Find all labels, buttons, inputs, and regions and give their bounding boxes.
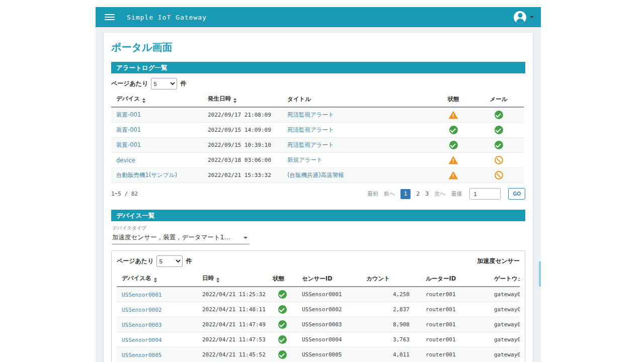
alert-datetime: 2022/03/18 03:06:00 <box>203 153 282 168</box>
check-circle-icon <box>495 141 503 149</box>
device-col-name[interactable]: デバイス名 <box>117 270 197 287</box>
user-avatar-icon[interactable] <box>514 11 526 24</box>
app-window: Simple IoT Gateway ポータル画面 アラートログ一覧 ページあた… <box>96 7 541 362</box>
sort-arrows-icon <box>142 98 145 103</box>
alert-pagination: 1~5 / 82 最初 前へ 1 2 3 次へ 最後 GO <box>111 188 525 200</box>
device-table: デバイス名 日時 状態 センサーID カウント ルーターID ゲートウェイID <box>117 270 520 362</box>
alert-table-row: 自動販売機1(サンプル) 2022/02/21 15:33:32 (自販機共通)… <box>111 168 524 183</box>
alert-range-label: 1~5 / 82 <box>111 191 138 197</box>
alert-table-header-row: デバイス 発生日時 タイトル 状態 メール <box>111 90 524 107</box>
alert-device-link[interactable]: 装置-001 <box>116 141 141 148</box>
pager-goto-input[interactable] <box>469 188 501 200</box>
device-name-link[interactable]: USSensor0004 <box>122 337 162 343</box>
alert-datetime: 2022/09/17 21:08:09 <box>203 107 282 123</box>
alert-device-link[interactable]: 自動販売機1(サンプル) <box>116 171 177 178</box>
alert-title-link[interactable]: 死活監視アラート <box>287 126 334 133</box>
device-perpage-select[interactable]: 5 <box>156 255 183 267</box>
perpage-suffix: 件 <box>186 257 192 265</box>
alert-col-device[interactable]: デバイス <box>111 90 203 107</box>
page-scrollbar-thumb[interactable] <box>539 261 541 287</box>
device-name-link[interactable]: USSensor0003 <box>122 322 162 328</box>
pager-go-button[interactable]: GO <box>508 188 525 200</box>
pager-first[interactable]: 最初 <box>367 190 378 198</box>
device-table-header-row: デバイス名 日時 状態 センサーID カウント ルーターID ゲートウェイID <box>117 270 520 287</box>
alert-device-link[interactable]: 装置-001 <box>116 111 141 118</box>
device-gateway-id: gateway001 <box>489 302 520 317</box>
device-type-label: デバイスタイプ <box>112 225 525 232</box>
device-table-row: USSensor0005 2022/04/21 11:45:52 USSenso… <box>117 347 520 362</box>
device-name-link[interactable]: USSensor0001 <box>122 292 162 298</box>
alert-perpage-select[interactable]: 5 <box>151 78 177 89</box>
device-datetime: 2022/04/21 11:25:32 <box>197 287 268 302</box>
device-col-sensor-id: センサーID <box>297 270 361 287</box>
device-datetime: 2022/04/21 11:47:49 <box>197 317 268 332</box>
device-table-scroll-area: デバイス名 日時 状態 センサーID カウント ルーターID ゲートウェイID <box>117 270 520 362</box>
page-content: ポータル画面 アラートログ一覧 ページあたり 5 件 デバイス 発生日時 タイト… <box>96 27 541 362</box>
alert-device-link[interactable]: device <box>116 157 135 164</box>
check-circle-icon <box>495 111 503 119</box>
alert-section-header: アラートログ一覧 <box>111 62 525 73</box>
device-table-row: USSensor0004 2022/04/21 11:47:53 USSenso… <box>117 332 520 347</box>
device-gateway-id: gateway001 <box>489 347 520 362</box>
pager-next[interactable]: 次へ <box>434 190 445 198</box>
menu-hamburger-icon[interactable] <box>105 14 115 20</box>
alert-device-link[interactable]: 装置-001 <box>116 126 141 133</box>
device-sensor-id: USSensor0004 <box>297 332 361 347</box>
device-count: 4,250 <box>361 287 421 302</box>
ban-icon <box>495 156 503 164</box>
device-router-id: router001 <box>421 317 489 332</box>
device-count: 4,011 <box>361 347 421 362</box>
device-panel: ページあたり 5 件 加速度センサー デバイス名 日時 <box>111 250 525 362</box>
pager-prev[interactable]: 前へ <box>384 190 395 198</box>
device-type-select[interactable]: 加速度センサー，装置，データマート1… <box>112 232 250 244</box>
alert-title-link[interactable]: (自販機共通)高温警報 <box>287 171 344 178</box>
device-router-id: router001 <box>421 287 489 302</box>
pager-last[interactable]: 最後 <box>451 190 462 198</box>
device-datetime: 2022/04/21 11:47:53 <box>197 332 268 347</box>
user-menu[interactable] <box>514 11 534 24</box>
warning-triangle-icon <box>449 111 458 119</box>
check-circle-icon <box>278 350 287 359</box>
pager-page-2[interactable]: 2 <box>416 191 420 197</box>
alert-col-mail: メール <box>473 90 524 107</box>
device-gateway-id: gateway001 <box>489 317 520 332</box>
alert-datetime: 2022/09/15 14:09:09 <box>203 123 282 138</box>
perpage-label: ページあたり <box>117 257 153 265</box>
device-gateway-id: gateway001 <box>489 332 520 347</box>
alert-col-datetime[interactable]: 発生日時 <box>203 90 282 107</box>
top-navbar: Simple IoT Gateway <box>96 7 541 27</box>
alert-title-link[interactable]: 死活監視アラート <box>287 141 334 148</box>
device-type-value: 加速度センサー，装置，データマート1… <box>112 233 230 242</box>
alert-table-row: 装置-001 2022/09/15 10:39:10 死活監視アラート <box>111 138 524 153</box>
pager-page-3[interactable]: 3 <box>425 191 429 197</box>
device-name-link[interactable]: USSensor0002 <box>122 307 162 313</box>
device-type-field: デバイスタイプ 加速度センサー，装置，データマート1… <box>112 225 525 244</box>
sort-arrows-icon <box>154 278 157 283</box>
device-col-router-id: ルーターID <box>421 270 489 287</box>
alert-table: デバイス 発生日時 タイトル 状態 メール 装置-001 2022/09/17 … <box>111 90 524 183</box>
check-circle-icon <box>278 305 287 314</box>
alert-title-link[interactable]: 新規アラート <box>287 156 323 163</box>
perpage-label: ページあたり <box>111 79 148 88</box>
device-col-gateway-id: ゲートウェイID <box>489 270 520 287</box>
check-circle-icon <box>278 290 287 299</box>
alert-perpage-row: ページあたり 5 件 <box>111 78 525 89</box>
alert-title-link[interactable]: 死活監視アラート <box>287 111 334 118</box>
warning-triangle-icon <box>449 171 458 179</box>
page-title: ポータル画面 <box>111 41 525 54</box>
pager-page-1-active[interactable]: 1 <box>400 189 411 199</box>
device-col-datetime[interactable]: 日時 <box>197 270 268 287</box>
chevron-down-icon <box>244 237 248 239</box>
check-circle-icon <box>495 126 503 134</box>
ban-icon <box>495 171 503 179</box>
main-card: ポータル画面 アラートログ一覧 ページあたり 5 件 デバイス 発生日時 タイト… <box>104 33 533 362</box>
check-circle-icon <box>278 335 287 344</box>
device-router-id: router001 <box>421 332 489 347</box>
device-name-link[interactable]: USSensor0005 <box>122 352 162 358</box>
device-table-row: USSensor0003 2022/04/21 11:47:49 USSenso… <box>117 317 520 332</box>
device-type-badge: 加速度センサー <box>477 257 520 265</box>
app-title: Simple IoT Gateway <box>127 14 207 21</box>
check-circle-icon <box>278 320 287 329</box>
chevron-down-icon <box>530 16 534 18</box>
device-col-count: カウント <box>361 270 421 287</box>
